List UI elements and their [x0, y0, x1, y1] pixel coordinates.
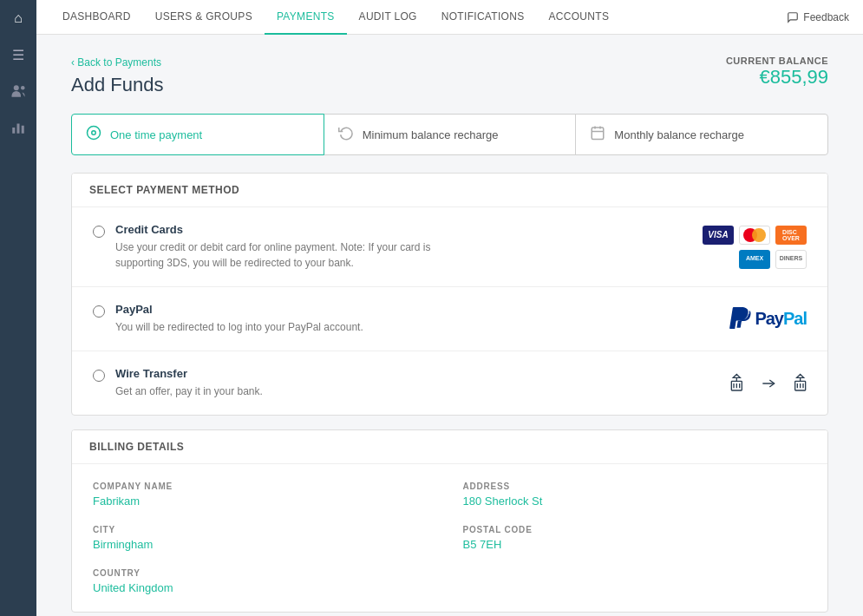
mastercard-icon — [739, 226, 770, 245]
wire-transfer-desc: Get an offer, pay it in your bank. — [115, 383, 263, 399]
paypal-method[interactable]: PayPal You will be redirected to log int… — [72, 287, 827, 351]
svg-rect-3 — [17, 124, 20, 134]
country-label: COUNTRY — [93, 568, 437, 578]
visa-icon: VISA — [703, 226, 734, 245]
city-value: Birmingham — [93, 538, 437, 551]
country-field: COUNTRY United Kingdom — [93, 568, 437, 594]
credit-cards-desc: Use your credit or debit card for online… — [115, 239, 445, 271]
address-field: ADDRESS 180 Sherlock St — [463, 482, 807, 508]
credit-cards-method[interactable]: Credit Cards Use your credit or debit ca… — [72, 207, 827, 287]
feedback-label: Feedback — [803, 11, 849, 23]
tab-minimum-recharge-label: Minimum balance recharge — [363, 128, 499, 141]
svg-rect-7 — [592, 128, 605, 140]
wire-transfer-name: Wire Transfer — [115, 367, 263, 380]
paypal-text: PayPal — [755, 309, 807, 329]
city-label: CITY — [93, 525, 437, 534]
paypal-info: PayPal You will be redirected to log int… — [115, 303, 363, 335]
nav-dashboard[interactable]: DASHBOARD — [50, 0, 143, 35]
postal-code-value: B5 7EH — [463, 538, 807, 551]
credit-cards-left: Credit Cards Use your credit or debit ca… — [93, 223, 445, 271]
nav-notifications[interactable]: NOTIFICATIONS — [429, 0, 537, 35]
tab-one-time-label: One time payment — [110, 128, 202, 141]
menu-icon[interactable]: ☰ — [0, 36, 36, 73]
country-value: United Kingdom — [93, 581, 437, 594]
postal-code-label: POSTAL CODE — [463, 525, 807, 534]
wire-transfer-left: Wire Transfer Get an offer, pay it in yo… — [93, 367, 263, 399]
paypal-left: PayPal You will be redirected to log int… — [93, 303, 363, 335]
home-icon[interactable]: ⌂ — [0, 0, 36, 36]
address-label: ADDRESS — [463, 482, 807, 491]
amex-icon: AMEX — [739, 250, 770, 269]
nav-accounts[interactable]: ACCOUNTS — [536, 0, 621, 35]
top-navigation: DASHBOARD USERS & GROUPS PAYMENTS AUDIT … — [36, 0, 863, 35]
svg-rect-4 — [22, 126, 24, 134]
sidebar: ⌂ ☰ — [0, 0, 36, 616]
company-name-field: COMPANY NAME Fabrikam — [93, 482, 437, 508]
tab-one-time[interactable]: One time payment — [71, 114, 324, 155]
page-header: ‹ Back to Payments Add Funds Current Bal… — [71, 56, 828, 96]
company-name-value: Fabrikam — [93, 495, 437, 508]
credit-cards-radio[interactable] — [93, 226, 105, 238]
billing-grid: COMPANY NAME Fabrikam ADDRESS 180 Sherlo… — [72, 464, 827, 612]
diners-icon: DINERS — [775, 250, 807, 269]
one-time-icon — [86, 125, 101, 144]
payment-methods-section: Select Payment Method Credit Cards Use y… — [71, 173, 828, 416]
paypal-radio[interactable] — [93, 305, 105, 318]
main-container: DASHBOARD USERS & GROUPS PAYMENTS AUDIT … — [36, 0, 863, 616]
nav-payments[interactable]: PAYMENTS — [265, 0, 347, 35]
svg-point-1 — [21, 86, 25, 90]
nav-items: DASHBOARD USERS & GROUPS PAYMENTS AUDIT … — [50, 0, 621, 35]
balance-section: Current Balance €855,99 — [726, 56, 828, 88]
postal-code-field: POSTAL CODE B5 7EH — [463, 525, 807, 551]
wire-transfer-info: Wire Transfer Get an offer, pay it in yo… — [115, 367, 263, 399]
paypal-name: PayPal — [115, 303, 363, 316]
credit-cards-info: Credit Cards Use your credit or debit ca… — [115, 223, 445, 271]
svg-point-5 — [88, 127, 101, 140]
chart-icon[interactable] — [0, 109, 36, 146]
page-content: ‹ Back to Payments Add Funds Current Bal… — [36, 35, 863, 616]
wire-transfer-method[interactable]: Wire Transfer Get an offer, pay it in yo… — [72, 351, 827, 415]
min-recharge-icon — [338, 125, 354, 144]
svg-marker-13 — [733, 374, 740, 377]
wire-transfer-icon — [730, 370, 807, 397]
users-icon[interactable] — [0, 73, 36, 109]
paypal-logo: PayPal — [728, 307, 807, 331]
wire-transfer-radio[interactable] — [93, 370, 105, 382]
billing-details-section: Billing Details COMPANY NAME Fabrikam AD… — [71, 429, 828, 613]
company-name-label: COMPANY NAME — [93, 482, 437, 491]
payment-methods-header: Select Payment Method — [72, 174, 827, 207]
tab-monthly-recharge[interactable]: Monthly balance recharge — [575, 114, 828, 155]
tab-minimum-recharge[interactable]: Minimum balance recharge — [324, 114, 577, 155]
balance-label: Current Balance — [726, 56, 828, 66]
svg-rect-2 — [12, 128, 15, 134]
billing-details-header: Billing Details — [72, 430, 827, 464]
paypal-desc: You will be redirected to log into your … — [115, 319, 363, 335]
tab-monthly-recharge-label: Monthly balance recharge — [614, 128, 744, 141]
svg-point-6 — [92, 131, 96, 135]
page-title: Add Funds — [71, 74, 163, 96]
back-link[interactable]: ‹ Back to Payments — [71, 56, 161, 69]
balance-value: €855,99 — [726, 66, 828, 88]
feedback-button[interactable]: Feedback — [787, 11, 849, 23]
svg-point-0 — [14, 85, 19, 90]
payment-type-tabs: One time payment Minimum balance recharg… — [71, 114, 828, 155]
address-value: 180 Sherlock St — [463, 495, 807, 508]
city-field: CITY Birmingham — [93, 525, 437, 551]
credit-cards-name: Credit Cards — [115, 223, 445, 236]
discover-icon: DISCOVER — [775, 226, 807, 245]
svg-marker-20 — [797, 374, 804, 377]
nav-users-groups[interactable]: USERS & GROUPS — [143, 0, 265, 35]
header-left: ‹ Back to Payments Add Funds — [71, 56, 163, 96]
nav-audit-log[interactable]: AUDIT LOG — [347, 0, 429, 35]
credit-card-icons: VISA DISCOVER AMEX DINERS — [703, 226, 807, 269]
monthly-recharge-icon — [590, 125, 605, 144]
